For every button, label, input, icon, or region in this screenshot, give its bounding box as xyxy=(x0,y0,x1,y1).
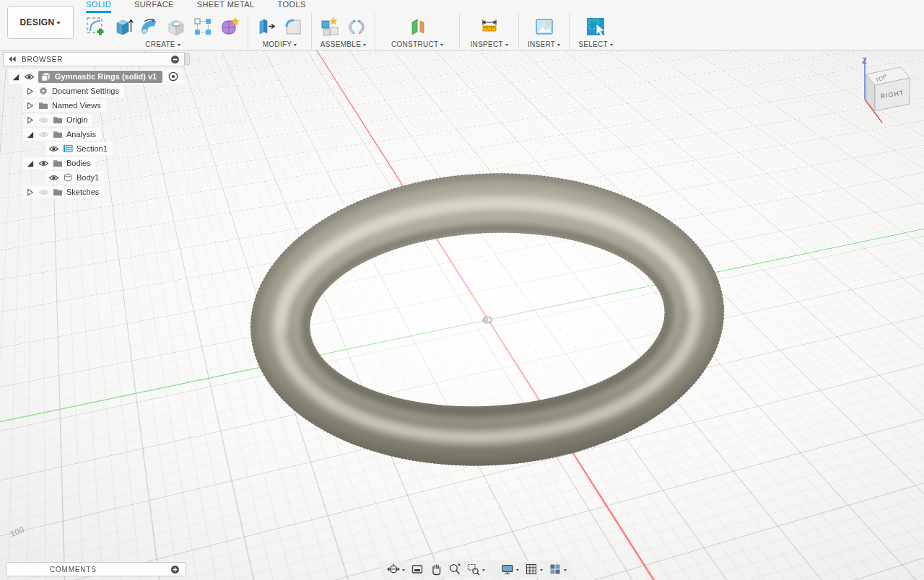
toolbar-tabs: SOLID SURFACE SHEET METAL TOOLS xyxy=(86,0,306,13)
tree-row-component[interactable]: Gymnastic Rings (solid) v1 xyxy=(3,69,191,84)
inspect-group-label[interactable]: INSPECT xyxy=(470,40,507,48)
tree-row-body1[interactable]: Body1 xyxy=(3,170,191,185)
extrude-button[interactable] xyxy=(111,15,134,38)
design-menu-label: DESIGN xyxy=(20,17,55,27)
zoom-window-icon xyxy=(467,563,480,576)
tree-row-label: Body1 xyxy=(77,173,99,182)
tab-tools[interactable]: TOOLS xyxy=(278,0,306,13)
tree-row-named-views[interactable]: Named Views xyxy=(3,98,191,113)
construction-plane-icon xyxy=(406,15,429,38)
selected-component[interactable]: Gymnastic Rings (solid) v1 xyxy=(38,71,162,83)
expanded-arrow-icon[interactable] xyxy=(25,159,35,168)
modify-group-label[interactable]: MODIFY xyxy=(263,40,297,48)
chevron-down-icon xyxy=(56,22,61,27)
measure-icon xyxy=(478,15,501,38)
joint-button[interactable] xyxy=(345,15,368,38)
press-pull-button[interactable] xyxy=(255,15,278,38)
expanded-arrow-icon[interactable] xyxy=(25,130,35,139)
create-form-button[interactable] xyxy=(218,15,241,38)
zoom-button[interactable] xyxy=(448,563,461,576)
hole-button[interactable] xyxy=(165,15,188,38)
browser-title: BROWSER xyxy=(22,56,170,63)
panel-resize-handle[interactable] xyxy=(185,53,190,65)
gear-icon xyxy=(38,86,48,96)
orbit-button[interactable] xyxy=(387,563,405,576)
joint-icon xyxy=(345,15,368,38)
fillet-button[interactable] xyxy=(282,15,305,38)
select-group-label[interactable]: SELECT xyxy=(578,40,613,48)
select-icon xyxy=(584,15,607,38)
new-component-icon xyxy=(318,15,341,38)
collapsed-arrow-icon[interactable] xyxy=(25,101,35,110)
construction-plane-button[interactable] xyxy=(406,15,429,38)
select-button[interactable] xyxy=(584,15,607,38)
tree-row-analysis[interactable]: Analysis xyxy=(3,127,191,141)
measure-button[interactable] xyxy=(478,15,501,38)
look-at-button[interactable] xyxy=(411,563,424,576)
collapse-panel-icon[interactable] xyxy=(8,56,17,63)
viewports-button[interactable] xyxy=(549,563,567,576)
chevron-down-icon xyxy=(482,569,485,573)
expanded-arrow-icon[interactable] xyxy=(11,72,20,82)
tab-solid[interactable]: SOLID xyxy=(86,0,111,13)
tree-row-label: Section1 xyxy=(77,144,108,153)
folder-icon xyxy=(53,115,63,124)
group-construct: CONSTRUCT xyxy=(375,13,460,49)
grid-settings-button[interactable] xyxy=(525,563,543,576)
insert-group-label[interactable]: INSERT xyxy=(528,40,560,48)
collapsed-arrow-icon[interactable] xyxy=(25,188,35,197)
tree-row-label: Analysis xyxy=(66,130,96,139)
visibility-eye-hidden-icon[interactable] xyxy=(38,131,49,139)
construct-group-label[interactable]: CONSTRUCT xyxy=(391,40,443,48)
new-component-button[interactable] xyxy=(318,15,341,38)
comments-bar[interactable]: COMMENTS xyxy=(6,562,186,576)
create-sketch-button[interactable] xyxy=(84,15,108,38)
visibility-eye-icon[interactable] xyxy=(48,174,59,182)
tree-row-document-settings[interactable]: Document Settings xyxy=(3,84,191,98)
chevron-down-icon xyxy=(363,44,366,48)
revolve-button[interactable] xyxy=(138,15,161,38)
chevron-down-icon xyxy=(540,569,543,573)
collapsed-arrow-icon[interactable] xyxy=(25,87,35,96)
display-settings-button[interactable] xyxy=(501,563,519,576)
tree-row-sketches[interactable]: Sketches xyxy=(3,185,191,199)
group-inspect: INSPECT xyxy=(460,13,518,49)
rectangular-pattern-button[interactable] xyxy=(191,15,214,38)
orbit-icon xyxy=(387,563,400,576)
create-sketch-icon xyxy=(84,15,108,38)
visibility-eye-hidden-icon[interactable] xyxy=(38,116,49,124)
folder-icon xyxy=(53,159,63,167)
visibility-eye-icon[interactable] xyxy=(24,73,35,81)
look-at-icon xyxy=(411,563,424,576)
chevron-down-icon xyxy=(505,44,508,48)
viewcube[interactable]: Z RIGHT TOP xyxy=(846,55,918,130)
tree-row-section1[interactable]: Section1 xyxy=(3,141,191,156)
tree-row-origin[interactable]: Origin xyxy=(3,113,191,127)
viewport-3d[interactable]: 100 BROWSER xyxy=(0,50,924,580)
group-insert: INSERT xyxy=(519,13,570,49)
z-axis-label: Z xyxy=(862,56,867,65)
zoom-window-button[interactable] xyxy=(467,563,485,576)
visibility-eye-hidden-icon[interactable] xyxy=(38,188,49,196)
assemble-group-label[interactable]: ASSEMBLE xyxy=(321,40,366,48)
browser-options-icon[interactable] xyxy=(170,55,180,64)
create-group-label[interactable]: CREATE xyxy=(145,40,180,48)
pan-button[interactable] xyxy=(430,563,443,576)
tree-row-bodies[interactable]: Bodies xyxy=(3,156,191,170)
browser-header[interactable]: BROWSER xyxy=(3,52,185,66)
tab-sheet-metal[interactable]: SHEET METAL xyxy=(197,0,255,13)
activate-component-radio-icon[interactable] xyxy=(168,71,178,82)
insert-button[interactable] xyxy=(533,15,556,38)
add-comment-icon[interactable] xyxy=(170,565,180,574)
design-menu-button[interactable]: DESIGN xyxy=(7,6,74,39)
component-cube-icon xyxy=(40,71,51,82)
visibility-eye-icon[interactable] xyxy=(38,159,49,167)
tab-surface[interactable]: SURFACE xyxy=(134,0,174,13)
revolve-icon xyxy=(138,15,161,38)
browser-tree: Gymnastic Rings (solid) v1 xyxy=(3,69,191,199)
comments-label: COMMENTS xyxy=(50,566,170,574)
zoom-icon xyxy=(448,563,461,576)
visibility-eye-icon[interactable] xyxy=(48,145,59,153)
collapsed-arrow-icon[interactable] xyxy=(25,115,35,125)
display-settings-icon xyxy=(501,563,514,576)
